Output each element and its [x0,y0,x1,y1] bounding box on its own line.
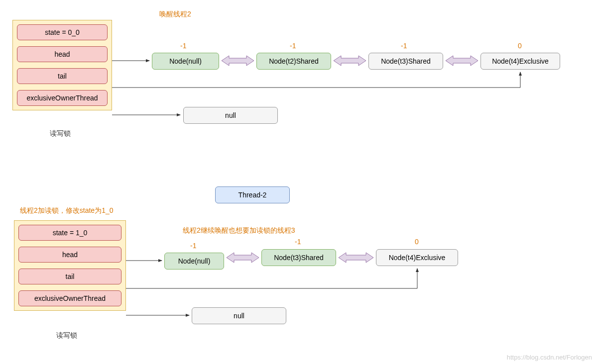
lock-caption-1: 读写锁 [50,129,71,138]
field-head-2: head [18,247,121,263]
field-eot-2: exclusiveOwnerThread [18,290,121,306]
watermark: https://blog.csdn.net/Forlogen [507,354,592,361]
svg-marker-3 [334,56,366,66]
node-head-label-2: -1 [190,242,196,250]
field-tail-1: tail [17,68,108,84]
node-head-2: Node(null) [164,253,224,270]
node-eot-1: null [183,107,278,124]
node-t4-label-2: 0 [415,238,419,246]
thread-box: Thread-2 [215,186,290,203]
svg-marker-2 [222,56,254,66]
node-t3-label-2: -1 [295,238,301,246]
node-eot-2: null [192,307,286,324]
lock-container-1: state = 0_0 head tail exclusiveOwnerThre… [12,20,112,110]
biarrow-1-2 [334,56,366,66]
node-head-label-1: -1 [180,42,186,50]
diagram2-subtitle: 线程2继续唤醒也想要加读锁的线程3 [183,226,295,235]
node-t3-2: Node(t3)Shared [261,249,336,266]
node-t3-label-1: -1 [401,42,407,50]
svg-marker-7 [227,253,259,263]
svg-marker-4 [446,56,478,66]
node-t3-1: Node(t3)Shared [368,53,443,70]
field-head-1: head [17,46,108,62]
node-t4-2: Node(t4)Exclusive [376,249,458,266]
node-t4-label-1: 0 [518,42,522,50]
field-state-1: state = 0_0 [17,24,108,40]
biarrow-1-3 [446,56,478,66]
lock-caption-2: 读写锁 [56,331,77,340]
field-state-2: state = 1_0 [18,225,121,241]
node-t4-1: Node(t4)Exclusive [480,53,560,70]
svg-marker-8 [339,253,373,263]
diagram1-title: 唤醒线程2 [159,10,191,19]
field-tail-2: tail [18,269,121,284]
biarrow-2-1 [227,253,259,263]
node-t2-1: Node(t2)Shared [256,53,331,70]
lock-container-2: state = 1_0 head tail exclusiveOwnerThre… [14,220,126,311]
diagram2-title: 线程2加读锁，修改state为1_0 [20,206,114,215]
biarrow-2-2 [339,253,373,263]
node-t2-label-1: -1 [290,42,296,50]
biarrow-1-1 [222,56,254,66]
field-eot-1: exclusiveOwnerThread [17,90,108,106]
node-head-1: Node(null) [152,53,219,70]
